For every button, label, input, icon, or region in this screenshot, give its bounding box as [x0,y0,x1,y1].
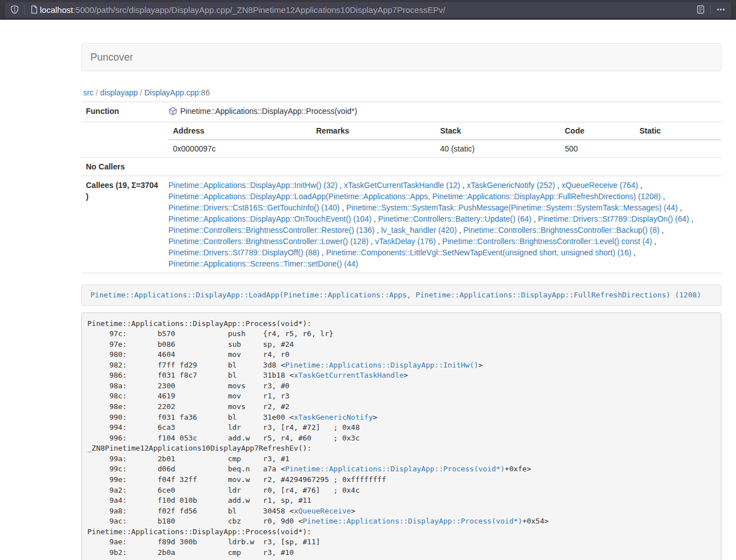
browser-toolbar: localhost:5000/path/src/displayapp/Displ… [0,0,736,20]
header-code: Code [560,122,635,140]
callee-link[interactable]: Pinetime::Applications::DisplayApp::OnTo… [168,214,372,223]
symbol-details-table: Function Pinetime::Applications::Display… [81,102,721,273]
header-remarks: Remarks [312,122,436,140]
callees-row: Callees (19, Σ=3704 ) Pinetime::Applicat… [81,176,721,273]
header-address: Address [168,122,312,140]
urlbar-separator [24,4,25,15]
remarks-value [312,140,436,157]
callee-link[interactable]: Pinetime::Drivers::Cst816S::GetTouchInfo… [168,203,340,212]
static-value [635,140,721,157]
breadcrumb: src / displayapp / DisplayApp.cpp:86 [83,88,721,97]
no-callers-label: No Callers [81,158,164,176]
navbar: Puncover [81,43,721,71]
code-symbol-link[interactable]: Pinetime::Applications::DisplayApp::Proc… [303,517,522,525]
function-name: Pinetime::Applications::DisplayApp::Proc… [180,107,357,116]
code-symbol-link[interactable]: Pinetime::Applications::DisplayApp::Proc… [285,465,505,473]
page-info-icon[interactable] [30,5,39,14]
callee-link[interactable]: Pinetime::Applications::DisplayApp::Init… [168,181,337,190]
reader-mode-icon[interactable] [696,5,705,14]
callee-link[interactable]: xTaskGenericNotify (252) [467,181,555,190]
code-symbol-link[interactable]: Pinetime::Applications::DisplayApp::Init… [285,361,478,369]
function-cube-icon [168,107,177,118]
tracking-shield-icon[interactable] [10,5,19,14]
page-actions-more-icon[interactable] [716,5,726,14]
callees-label: Callees (19, Σ=3704 ) [81,176,164,273]
stats-values-row: 0x0000097c 40 (static) 500 [168,140,721,157]
stack-value: 40 (static) [436,140,560,157]
callee-link[interactable]: Pinetime::System::SystemTask::PushMessag… [346,203,678,212]
callee-link[interactable]: Pinetime::Controllers::BrightnessControl… [168,237,368,246]
snippet-symbol-link[interactable]: Pinetime::Applications::DisplayApp::Load… [90,291,701,299]
callee-link[interactable]: Pinetime::Controllers::BrightnessControl… [168,226,374,235]
breadcrumb-separator: / [94,88,100,97]
breadcrumb-link[interactable]: DisplayApp.cpp [144,88,199,97]
callee-link[interactable]: lv_task_handler (420) [381,226,457,235]
callee-link[interactable]: xTaskGetCurrentTaskHandle (12) [344,181,460,190]
header-static: Static [635,122,721,140]
breadcrumb-link[interactable]: displayapp [100,88,138,97]
code-symbol-link[interactable]: xTaskGenericNotify [294,413,373,421]
header-stack: Stack [436,122,560,140]
stats-table: Address Remarks Stack Code Static 0x0000… [168,122,721,157]
function-label: Function [81,102,164,122]
breadcrumb-line-number: :86 [199,88,209,97]
url-bar[interactable]: localhost:5000/path/src/displayapp/Displ… [5,2,731,17]
urlbar-separator-2 [710,4,711,15]
code-symbol-link[interactable]: xQueueReceive [294,507,351,515]
url-path: :5000/path/src/displayapp/DisplayApp.cpp… [73,5,445,15]
snippet-header-panel: Pinetime::Applications::DisplayApp::Load… [81,284,721,306]
brand-link[interactable]: Puncover [90,52,133,63]
callee-link[interactable]: Pinetime::Drivers::St7789::DisplayOff() … [168,248,319,257]
callees-list: Pinetime::Applications::DisplayApp::Init… [164,176,721,273]
address-value: 0x0000097c [168,140,312,157]
stats-row: Address Remarks Stack Code Static 0x0000… [81,122,721,158]
breadcrumb-link[interactable]: src [83,88,94,97]
code-listing: Pinetime::Applications::DisplayApp::Proc… [81,313,721,560]
callee-link[interactable]: xQueueReceive (764) [561,181,638,190]
breadcrumb-separator: / [138,88,144,97]
code-size-value: 500 [560,140,635,157]
page-container: Puncover src / displayapp / DisplayApp.c… [81,43,721,560]
url-text: localhost:5000/path/src/displayapp/Displ… [40,5,696,15]
callee-link[interactable]: Pinetime::Controllers::Battery::Update()… [378,214,532,223]
callee-link[interactable]: Pinetime::Controllers::BrightnessControl… [463,226,659,235]
callee-link[interactable]: Pinetime::Applications::Screens::Timer::… [168,259,358,268]
callee-link[interactable]: vTaskDelay (176) [375,237,436,246]
code-symbol-link[interactable]: xTaskGetCurrentTaskHandle [294,371,404,379]
callee-link[interactable]: Pinetime::Controllers::BrightnessControl… [442,237,652,246]
callers-row: No Callers [81,158,721,176]
callee-link[interactable]: Pinetime::Components::LittleVgl::SetNewT… [326,248,632,257]
callee-link[interactable]: Pinetime::Drivers::St7789::DisplayOn() (… [538,214,689,223]
function-row: Function Pinetime::Applications::Display… [81,102,721,122]
callee-link[interactable]: Pinetime::Applications::DisplayApp::Load… [168,192,661,201]
url-host: localhost [40,5,73,15]
